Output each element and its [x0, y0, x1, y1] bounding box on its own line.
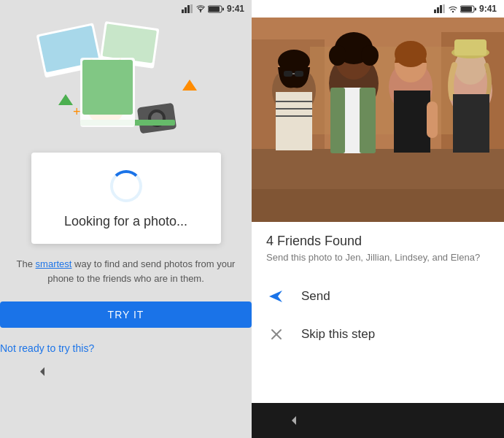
svg-point-39	[452, 11, 454, 12]
svg-marker-35	[434, 9, 436, 13]
svg-marker-37	[440, 5, 442, 13]
svg-rect-70	[394, 91, 430, 153]
svg-rect-75	[454, 39, 486, 55]
left-back-button[interactable]	[34, 363, 51, 380]
svg-rect-65	[330, 88, 345, 153]
loading-spinner	[110, 170, 142, 202]
svg-rect-71	[427, 101, 438, 138]
svg-marker-34	[40, 367, 44, 376]
right-phone: 9:41	[252, 0, 504, 438]
svg-marker-38	[443, 4, 445, 13]
description-text: The smartest way to find and send photos…	[15, 257, 237, 285]
svg-rect-42	[475, 7, 476, 10]
right-recent-button[interactable]	[453, 412, 470, 429]
send-action[interactable]: Send	[252, 277, 504, 315]
wifi-icon	[196, 4, 205, 13]
send-label: Send	[301, 289, 330, 304]
svg-marker-0	[182, 9, 184, 13]
svg-marker-29	[182, 80, 197, 91]
svg-rect-41	[461, 7, 472, 12]
close-x-icon	[269, 327, 284, 342]
left-nav-bar	[0, 354, 252, 389]
svg-rect-11	[102, 23, 157, 63]
looking-text: Looking for a photo...	[64, 214, 187, 229]
svg-marker-2	[187, 5, 190, 13]
skip-label: Skip this step	[301, 327, 375, 342]
friends-info: 4 Friends Found Send this photo to Jen, …	[252, 222, 504, 269]
right-time: 9:41	[479, 4, 497, 14]
left-status-bar: 9:41	[0, 0, 252, 18]
left-phone: 9:41	[0, 0, 252, 438]
svg-text:+: +	[73, 104, 81, 119]
svg-rect-56	[284, 71, 292, 77]
svg-rect-77	[252, 189, 504, 222]
left-status-icons: 9:41	[182, 4, 244, 14]
friends-found-subtitle: Send this photo to Jen, Jillian, Lindsey…	[266, 252, 489, 263]
svg-rect-57	[295, 71, 303, 77]
right-battery-icon	[460, 5, 476, 13]
right-back-button[interactable]	[285, 412, 303, 429]
svg-point-63	[361, 45, 379, 66]
try-it-button[interactable]: TRY IT	[0, 301, 252, 328]
svg-point-69	[395, 41, 427, 67]
left-recent-button[interactable]	[201, 363, 219, 380]
right-wifi-icon	[449, 4, 457, 13]
skip-action[interactable]: Skip this step	[252, 315, 504, 353]
svg-marker-3	[190, 4, 193, 13]
friends-photo-svg	[252, 18, 504, 222]
friends-photo-area	[252, 18, 504, 222]
looking-card: Looking for a photo...	[31, 153, 221, 244]
svg-marker-78	[269, 291, 282, 302]
right-home-button[interactable]	[369, 412, 387, 429]
send-arrow-icon	[268, 288, 285, 305]
actions-list: Send Skip this step	[252, 277, 504, 353]
svg-point-62	[329, 45, 346, 66]
not-ready-link[interactable]: Not ready to try this?	[0, 342, 252, 354]
svg-marker-1	[185, 7, 187, 13]
smart-highlight: smartest	[36, 258, 72, 269]
svg-rect-7	[222, 7, 224, 10]
svg-rect-76	[453, 94, 489, 153]
right-status-bar: 9:41	[252, 0, 504, 18]
right-status-icons: 9:41	[434, 4, 497, 14]
send-icon	[266, 286, 287, 307]
battery-icon	[208, 5, 224, 13]
svg-point-4	[200, 11, 201, 12]
skip-icon	[266, 324, 287, 345]
illustration-area: +	[0, 18, 252, 153]
left-time: 9:41	[227, 4, 244, 14]
svg-rect-6	[209, 7, 220, 12]
right-nav-bar	[252, 403, 504, 438]
illustration-svg: +	[0, 18, 252, 153]
svg-rect-33	[82, 60, 133, 115]
friends-found-title: 4 Friends Found	[266, 234, 489, 249]
svg-marker-30	[58, 94, 73, 105]
left-home-button[interactable]	[117, 363, 135, 380]
svg-rect-66	[360, 88, 376, 153]
svg-marker-81	[292, 416, 296, 425]
svg-marker-36	[437, 7, 439, 13]
right-signal-icon	[434, 4, 446, 13]
signal-icon	[182, 4, 193, 13]
